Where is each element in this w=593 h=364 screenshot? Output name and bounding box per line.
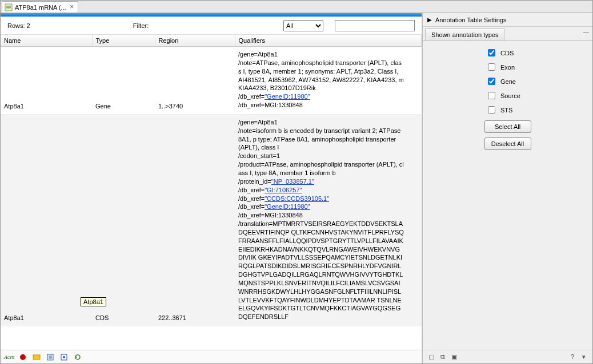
expand-icon: ▶ <box>427 17 432 23</box>
cell-name: Atp8a1 <box>1 47 92 115</box>
col-header-name[interactable]: Name <box>1 35 92 47</box>
cell-region: 222..3671 <box>155 114 235 326</box>
list-icon[interactable] <box>45 352 55 362</box>
annotation-type-row: Gene <box>423 74 592 88</box>
annotation-type-label: Gene <box>500 78 516 85</box>
annotation-type-row: Exon <box>423 60 592 74</box>
qualifier-line: /note=ATPase, aminophospholipid transpor… <box>238 59 404 92</box>
annotation-type-checkbox[interactable] <box>488 106 495 114</box>
cell-qualifiers: /gene=Atp8a1/note=ATPase, aminophospholi… <box>235 47 422 115</box>
qualifier-line: /db_xref="CCDS:CCDS39105.1" <box>238 195 404 203</box>
table-row[interactable]: Atp8a1Gene1..>3740/gene=Atp8a1/note=ATPa… <box>1 47 422 115</box>
qualifier-line: /codon_start=1 <box>238 152 404 160</box>
document-tab[interactable]: ATP8a1 mRNA (... × <box>2 1 78 13</box>
qualifier-line: /db_xref="GI:7106257" <box>238 186 404 195</box>
col-header-region[interactable]: Region <box>155 35 235 47</box>
db-xref-link[interactable]: "NP_033857.1" <box>271 178 314 185</box>
record-icon[interactable] <box>18 352 28 362</box>
col-header-type[interactable]: Type <box>92 35 155 47</box>
settings-panel-title: Annotation Table Settings <box>435 17 507 23</box>
annotation-type-checkbox[interactable] <box>488 63 495 71</box>
refresh-icon[interactable] <box>73 352 83 362</box>
svg-rect-4 <box>33 355 40 359</box>
annotation-type-label: Exon <box>500 64 515 71</box>
annotation-type-checkbox[interactable] <box>488 78 495 85</box>
svg-rect-1 <box>6 6 11 7</box>
collapse-icon[interactable]: — <box>583 29 589 35</box>
act-icon[interactable]: ᴀcт <box>4 352 14 362</box>
status-bar: ᴀcт <box>1 350 422 363</box>
close-icon[interactable]: × <box>69 4 75 11</box>
cell-qualifiers: /gene=Atp8a1/note=isoform b is encoded b… <box>235 114 422 326</box>
dock-icon[interactable]: ▣ <box>450 353 458 361</box>
filter-input[interactable] <box>335 20 415 31</box>
cell-name: Atp8a1 <box>1 114 92 326</box>
row-count-label: Rows: 2 <box>7 22 30 29</box>
table-row[interactable]: Atp8a1CDS222..3671/gene=Atp8a1/note=isof… <box>1 114 422 326</box>
qualifier-line: /note=isoform b is encoded by transcript… <box>238 127 404 152</box>
qualifier-line: /translation=MPTMRRTVSEIRSRAEGYEKTDDVSEK… <box>238 220 404 321</box>
document-tabs: ATP8a1 mRNA (... × <box>1 1 592 13</box>
qualifier-line: /db_xref="GeneID:11980" <box>238 92 404 101</box>
qualifier-line: /protein_id="NP_033857.1" <box>238 177 404 186</box>
db-xref-link[interactable]: "GI:7106257" <box>265 187 302 193</box>
table-header-row: Name Type Region Qualifiers <box>1 35 422 47</box>
svg-rect-2 <box>6 7 11 9</box>
annotation-type-row: STS <box>423 103 592 117</box>
col-header-qualifiers[interactable]: Qualifiers <box>235 35 422 47</box>
annotation-type-checkbox[interactable] <box>488 92 495 99</box>
annotation-table-scroll[interactable]: Name Type Region Qualifiers Atp8a1Gene1.… <box>1 35 422 350</box>
cell-type: CDS <box>92 114 155 326</box>
annotation-type-label: CDS <box>500 50 514 56</box>
qualifier-line: /db_xref=MGI:1330848 <box>238 211 404 220</box>
minimize-panel-icon[interactable]: ▾ <box>580 353 588 361</box>
svg-point-3 <box>20 354 26 360</box>
save-view-icon[interactable]: ▢ <box>427 353 435 361</box>
track-yellow-icon[interactable] <box>31 352 42 362</box>
annotation-type-checkbox[interactable] <box>488 49 495 56</box>
annotation-type-row: CDS <box>423 46 592 60</box>
help-icon[interactable]: ? <box>568 353 576 361</box>
settings-panel-body: CDSExonGeneSourceSTS Select All Deselect… <box>423 41 592 350</box>
qualifier-line: /gene=Atp8a1 <box>238 50 404 59</box>
annotation-type-row: Source <box>423 88 592 103</box>
annotation-type-label: Source <box>500 92 520 99</box>
filter-mode-select[interactable]: All <box>283 20 323 31</box>
annotation-table: Name Type Region Qualifiers Atp8a1Gene1.… <box>1 35 422 326</box>
layout-icon[interactable]: ⧉ <box>439 353 447 361</box>
qualifier-line: /gene=Atp8a1 <box>238 118 404 127</box>
deselect-all-button[interactable]: Deselect All <box>484 137 531 150</box>
settings-icon[interactable] <box>59 352 69 362</box>
annotation-type-label: STS <box>500 107 512 114</box>
settings-panel-footer: ▢ ⧉ ▣ ? ▾ <box>423 350 592 363</box>
settings-panel-header[interactable]: ▶ Annotation Table Settings <box>423 13 592 27</box>
db-xref-link[interactable]: "CCDS:CCDS39105.1" <box>265 195 329 202</box>
cell-type: Gene <box>92 47 155 115</box>
sequence-icon <box>5 3 13 11</box>
document-tab-title: ATP8a1 mRNA (... <box>15 4 66 11</box>
select-all-button[interactable]: Select All <box>484 120 531 133</box>
db-xref-link[interactable]: "GeneID:11980" <box>265 93 310 100</box>
qualifier-line: /db_xref=MGI:1330848 <box>238 101 404 110</box>
svg-point-10 <box>63 356 65 358</box>
filter-label: Filter: <box>133 22 149 29</box>
qualifier-line: /product=ATPase, aminophospholipid trans… <box>238 160 404 177</box>
cell-region: 1..>3740 <box>155 47 235 115</box>
table-toolbar: Rows: 2 Filter: All <box>1 17 422 35</box>
settings-tab[interactable]: Shown annotation types <box>425 28 504 41</box>
db-xref-link[interactable]: "GeneID:11980" <box>265 203 310 210</box>
qualifier-line: /db_xref="GeneID:11980" <box>238 203 404 211</box>
